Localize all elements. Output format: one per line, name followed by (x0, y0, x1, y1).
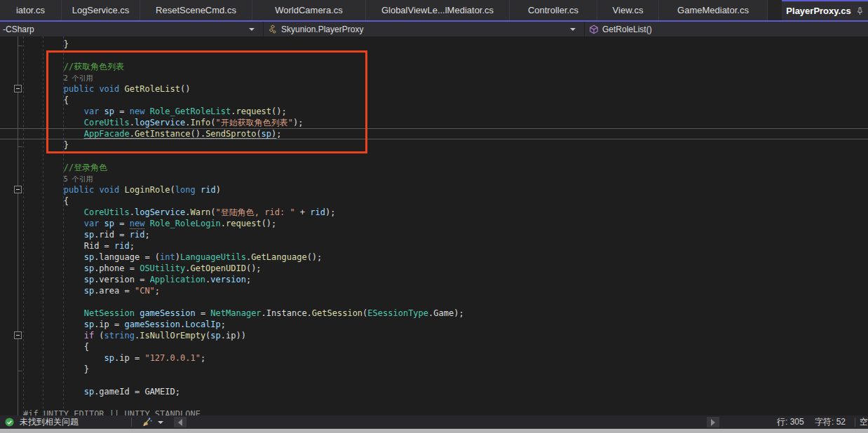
tab-spacer (768, 0, 782, 20)
code-line[interactable] (0, 50, 868, 61)
tab-label: iator.cs (16, 5, 45, 15)
triangle-left-icon (178, 419, 182, 426)
type-dropdown-label: Skyunion.PlayerProxy (281, 25, 363, 34)
code-line[interactable]: sp.language = (int)LanguageUtils.GetLang… (0, 252, 868, 263)
pin-icon[interactable] (856, 7, 864, 15)
outline-tick (18, 146, 22, 147)
code-line[interactable]: 5 个引用 (0, 173, 868, 184)
tab-label: View.cs (613, 5, 644, 15)
member-dropdown-label: GetRoleList() (602, 25, 652, 34)
code-line[interactable]: if (string.IsNullOrEmpty(sp.ip)) (0, 330, 868, 341)
code-line[interactable]: sp.rid = rid; (0, 229, 868, 240)
document-health-indicator[interactable] (5, 415, 14, 429)
code-line[interactable]: sp.gameId = GAMEID; (0, 386, 868, 397)
triangle-right-icon (711, 419, 715, 426)
code-line[interactable]: sp.version = Application.version; (0, 274, 868, 285)
code-line[interactable]: var sp = new Role_RoleLogin.request(); (0, 218, 868, 229)
code-line[interactable]: var sp = new Role_GetRoleList.request(); (0, 106, 868, 117)
project-dropdown-label: -CSharp (3, 25, 34, 34)
check-circle-icon (5, 418, 14, 427)
chevron-down-icon (249, 28, 255, 31)
column-indicator[interactable]: 字符: 52 (815, 415, 846, 429)
tab-globalviewle-lmediator-cs[interactable]: GlobalViewLe...lMediator.cs (366, 0, 510, 20)
chevron-down-icon (570, 28, 576, 31)
fold-minus-icon[interactable] (14, 331, 22, 339)
outline-tick (18, 371, 22, 371)
code-line[interactable]: CoreUtils.logService.Info("开始获取角色列表"); (0, 117, 868, 128)
tab-label: LogService.cs (72, 5, 130, 15)
code-line[interactable] (0, 375, 868, 386)
tab-playerproxy-cs[interactable]: PlayerProxy.cs (782, 0, 868, 20)
status-bar: 未找到相关问题 行: 305 字符: 52 空 (0, 415, 868, 429)
project-dropdown[interactable]: -CSharp (0, 22, 264, 36)
navigation-bar: -CSharp Skyunion.PlayerProxy GetRol (0, 22, 868, 36)
code-line[interactable]: } (0, 39, 868, 50)
code-area: }//获取角色列表2 个引用public void GetRoleList(){… (0, 39, 868, 415)
code-cleanup-button[interactable] (142, 415, 163, 429)
tab-label: Controller.cs (528, 5, 578, 15)
scroll-left-button[interactable] (174, 417, 187, 427)
divider (855, 418, 855, 427)
fold-minus-icon[interactable] (14, 186, 22, 193)
code-line[interactable] (0, 397, 868, 408)
code-line[interactable]: sp.ip = gameSession.LocalIp; (0, 319, 868, 330)
code-line[interactable]: public void LoginRole(long rid) (0, 184, 868, 195)
tab-resetscenecmd-cs[interactable]: ResetSceneCmd.cs (140, 0, 252, 20)
code-line[interactable]: sp.ip = "127.0.0.1"; (0, 352, 868, 364)
bottom-strip (0, 429, 868, 433)
tab-strip: iator.csLogService.csResetSceneCmd.csWor… (0, 0, 868, 20)
code-line[interactable]: } (0, 364, 868, 375)
line-indicator[interactable]: 行: 305 (777, 415, 804, 429)
code-line[interactable]: Rid = rid; (0, 240, 868, 252)
code-line[interactable]: { (0, 95, 868, 106)
code-line[interactable]: CoreUtils.logService.Warn("登陆角色, rid: " … (0, 207, 868, 218)
health-message: 未找到相关问题 (20, 415, 79, 429)
code-line[interactable]: { (0, 195, 868, 207)
tab-gamemediator-cs[interactable]: GameMediator.cs (659, 0, 768, 20)
tab-view-cs[interactable]: View.cs (597, 0, 659, 20)
tab-label: ResetSceneCmd.cs (156, 5, 236, 15)
fold-minus-icon[interactable] (14, 85, 22, 92)
tab-worldcamera-cs[interactable]: WorldCamera.cs (252, 0, 366, 20)
code-line[interactable]: //登录角色 (0, 162, 868, 173)
code-line[interactable]: } (0, 139, 868, 151)
code-line[interactable] (0, 296, 868, 308)
class-icon (268, 25, 278, 34)
chevron-down-icon (158, 421, 163, 424)
code-line[interactable]: //获取角色列表 (0, 61, 868, 72)
code-line[interactable]: NetSession gameSession = NetManager.Inst… (0, 308, 868, 319)
whitespace-indicator[interactable]: 空 (860, 415, 868, 429)
code-line[interactable]: AppFacade.GetInstance().SendSproto(sp); (0, 128, 868, 139)
scroll-right-button[interactable] (707, 417, 719, 427)
broom-icon (142, 418, 152, 427)
divider (131, 418, 132, 427)
code-line[interactable] (0, 151, 868, 162)
tab-controller-cs[interactable]: Controller.cs (510, 0, 597, 20)
type-dropdown[interactable]: Skyunion.PlayerProxy (264, 22, 585, 36)
tab-logservice-cs[interactable]: LogService.cs (62, 0, 140, 20)
code-line[interactable]: sp.phone = OSUtility.GetOpenUDID(); (0, 263, 868, 274)
outline-tick (18, 46, 22, 46)
tab-label: GameMediator.cs (677, 5, 749, 15)
code-line[interactable]: public void GetRoleList() (0, 83, 868, 95)
vs-editor-window: iator.csLogService.csResetSceneCmd.csWor… (0, 0, 868, 433)
tab-label: GlobalViewLe...lMediator.cs (381, 5, 494, 15)
member-dropdown[interactable]: GetRoleList() (585, 22, 652, 36)
tab-label: PlayerProxy.cs (786, 6, 850, 16)
code-line[interactable]: { (0, 341, 868, 352)
tab-iator-cs[interactable]: iator.cs (0, 0, 62, 20)
method-cube-icon (589, 25, 599, 34)
tab-label: WorldCamera.cs (275, 5, 343, 15)
code-line[interactable]: #if UNITY_EDITOR || UNITY_STANDLONE (0, 408, 868, 415)
code-line[interactable]: sp.area = "CN"; (0, 285, 868, 296)
code-editor[interactable]: }//获取角色列表2 个引用public void GetRoleList(){… (0, 36, 868, 415)
code-line[interactable]: 2 个引用 (0, 72, 868, 83)
